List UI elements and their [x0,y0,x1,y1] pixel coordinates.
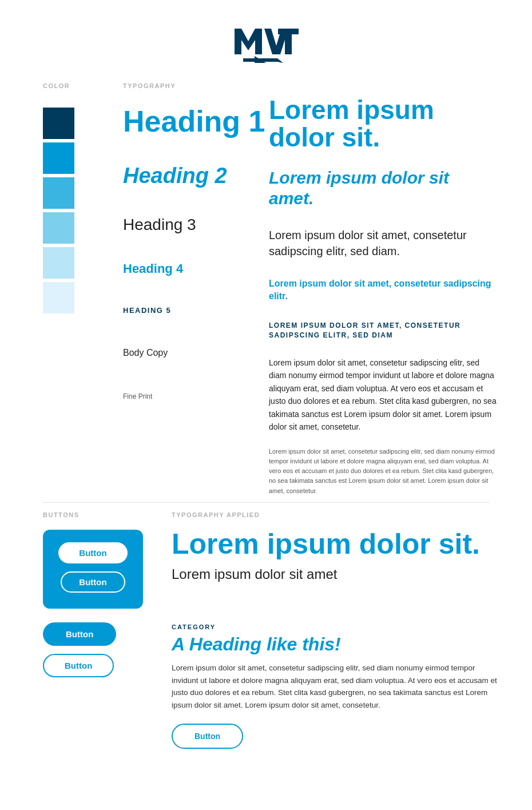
heading4-label: Heading 4 [123,261,277,276]
category-label: CATEGORY [172,624,498,630]
example-h3: Lorem ipsum dolor sit amet, consetetur s… [269,227,498,259]
typography-label: TYPOGRAPHY [123,82,176,89]
swatch-lighter-blue [43,247,74,279]
buttons-section: BUTTONS Button Button Button Button [43,509,143,677]
swatch-medium-blue [43,177,74,209]
button-light-area: Button Button [43,622,143,677]
typography-applied-label: TYPOGRAPHY APPLIED [172,511,260,518]
fine-print-label: Fine Print [123,392,277,400]
applied-h3: Lorem ipsum dolor sit amet [172,566,498,582]
buttons-label: BUTTONS [43,511,79,518]
swatch-blue [43,142,74,174]
button-outline-white[interactable]: Button [61,571,125,593]
logo-icon [229,17,303,69]
color-swatches [43,108,74,313]
category-button[interactable]: Button [172,724,243,749]
example-body: Lorem ipsum dolor sit amet, consetetur s… [269,356,498,433]
button-blue-filled[interactable]: Button [43,622,116,646]
swatch-lightest-blue [43,282,74,313]
section-divider [43,502,489,503]
heading1-label: Heading 1 [123,106,277,136]
color-label: COLOR [43,82,70,89]
example-h5: LOREM IPSUM DOLOR SIT AMET, CONSETETUR S… [269,321,498,340]
example-fine: Lorem ipsum dolor sit amet, consetetur s… [269,447,498,495]
color-section: COLOR [43,80,74,313]
example-h2: Lorem ipsum dolor sit amet. [269,168,498,209]
typography-applied-section: TYPOGRAPHY APPLIED Lorem ipsum dolor sit… [172,509,498,582]
typography-section: TYPOGRAPHY Heading 1 Heading 2 Heading 3… [123,80,277,400]
category-section: CATEGORY A Heading like this! Lorem ipsu… [172,624,498,749]
example-h4: Lorem ipsum dolor sit amet, consetetur s… [269,277,498,303]
heading5-label: HEADING 5 [123,306,277,315]
button-blue-outline[interactable]: Button [43,654,114,677]
applied-h1: Lorem ipsum dolor sit. [172,530,498,558]
swatch-dark-navy [43,108,74,139]
body-copy-label: Body Copy [123,348,277,358]
category-heading: A Heading like this! [172,634,498,655]
category-body: Lorem ipsum dolor sit amet, consetetur s… [172,662,498,711]
logo-area [223,17,309,69]
button-dark-bg-container: Button Button [43,530,143,609]
heading2-label: Heading 2 [123,164,277,188]
button-filled-white[interactable]: Button [58,542,127,563]
swatch-light-blue [43,212,74,244]
typography-examples: Lorem ipsum dolor sit. Lorem ipsum dolor… [269,80,498,496]
heading3-label: Heading 3 [123,216,277,234]
example-h1: Lorem ipsum dolor sit. [269,96,498,152]
